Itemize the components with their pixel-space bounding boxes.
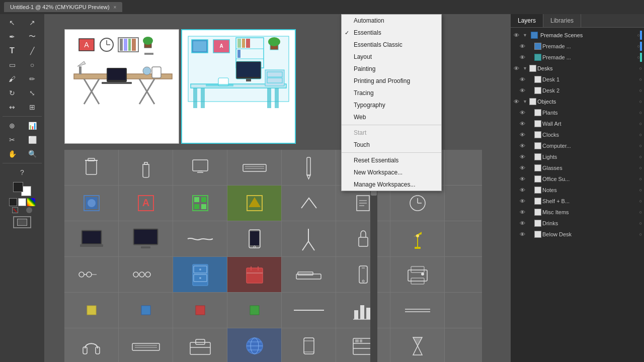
asset-cell-cable[interactable] — [173, 221, 227, 256]
asset-cell-shelf[interactable] — [336, 328, 390, 362]
black-swatch[interactable] — [9, 198, 17, 206]
asset-cell-globe[interactable] — [227, 328, 282, 362]
vis-misc[interactable]: 👁 — [520, 209, 528, 215]
vis-wall-art[interactable]: 👁 — [520, 121, 528, 127]
layer-computer[interactable]: 👁 ▶ Computer... ○ — [511, 140, 644, 151]
layer-objects[interactable]: 👁 ▼ Objects ○ — [511, 96, 644, 107]
direct-select-tool[interactable]: ↗ — [23, 16, 42, 29]
artboard-tool[interactable] — [13, 216, 31, 228]
asset-cell-keyboard[interactable] — [227, 150, 282, 185]
warp-tool[interactable]: ↭ — [3, 101, 22, 114]
column-graph-tool[interactable]: 📊 — [23, 119, 42, 132]
asset-cell-chain-1[interactable] — [64, 257, 119, 292]
desk-preview-1[interactable]: A — [64, 29, 179, 144]
layer-desks[interactable]: 👁 ▼ Desks ○ — [511, 63, 644, 74]
layer-clocks[interactable]: 👁 ▶ Clocks ○ — [511, 129, 644, 140]
layer-premade-1[interactable]: 👁 ▶ Premade ... ○ — [511, 41, 644, 52]
asset-cell-bottle[interactable] — [119, 150, 173, 185]
asset-cell-sticky-red[interactable] — [173, 293, 227, 328]
vis-below[interactable]: 👁 — [520, 231, 528, 237]
asset-cell-hourglass[interactable] — [390, 328, 445, 362]
chevron-desks-icon[interactable]: ▼ — [523, 66, 527, 71]
type-tool[interactable]: T — [3, 44, 22, 57]
asset-cell-pen[interactable] — [282, 150, 336, 185]
layer-desk-1[interactable]: 👁 ▶ Desk 1 ○ — [511, 74, 644, 85]
asset-cell-keyboard2[interactable] — [119, 328, 173, 362]
vis-plants[interactable]: 👁 — [520, 110, 528, 116]
layer-misc[interactable]: 👁 ▶ Misc Items ○ — [511, 207, 644, 218]
asset-cell-wall-art-1[interactable] — [64, 186, 119, 221]
asset-cell-toolbox[interactable] — [173, 328, 227, 362]
vis-shelf[interactable]: 👁 — [520, 198, 528, 204]
zoom-tool[interactable]: 🔍 — [23, 147, 42, 160]
layer-notes[interactable]: 👁 ▶ Notes ○ — [511, 185, 644, 196]
pen-tool[interactable]: ✒ — [3, 30, 22, 43]
layer-plants[interactable]: 👁 ▶ Plants ○ — [511, 107, 644, 118]
tab-layers[interactable]: Layers — [511, 14, 543, 27]
select-tool[interactable]: ↖ — [3, 16, 22, 29]
asset-cell-double-line[interactable] — [390, 293, 445, 328]
asset-cell-sticky-yellow[interactable] — [64, 293, 119, 328]
asset-cell-long-line[interactable] — [282, 293, 336, 328]
menu-item-reset-essentials[interactable]: Reset Essentials — [342, 154, 441, 166]
asset-cell-wall-art-2[interactable]: A — [119, 186, 173, 221]
line-tool[interactable]: ╱ — [23, 44, 42, 57]
layer-shelf[interactable]: 👁 ▶ Shelf + B... ○ — [511, 196, 644, 207]
asset-cell-sticky-blue[interactable] — [119, 293, 173, 328]
free-transform-tool[interactable]: ⊞ — [23, 101, 42, 114]
asset-cell-file-cabinet[interactable] — [173, 257, 227, 292]
tab-libraries[interactable]: Libraries — [543, 14, 581, 27]
rectangle-tool[interactable]: ▭ — [3, 58, 22, 71]
chevron-down-icon[interactable]: ▼ — [523, 33, 527, 38]
asset-cell-wall-art-4[interactable] — [227, 186, 282, 221]
asset-cell-chevron[interactable] — [282, 186, 336, 221]
gradient-swatch[interactable] — [27, 198, 35, 206]
vis-desk1[interactable]: 👁 — [520, 76, 528, 82]
layer-office-su[interactable]: 👁 ▶ Office Su... ○ — [511, 173, 644, 185]
asset-cell-printer[interactable] — [390, 257, 445, 292]
asset-cell-padlock[interactable] — [336, 221, 390, 256]
layer-wall-art[interactable]: 👁 ▶ Wall Art ○ — [511, 118, 644, 129]
vis-lights[interactable]: 👁 — [520, 154, 528, 160]
menu-item-essentials[interactable]: Essentials — [342, 27, 441, 39]
menu-item-manage-workspaces[interactable]: Manage Workspaces... — [342, 178, 441, 191]
paintbrush-tool[interactable]: 🖌 — [3, 72, 22, 85]
layer-visibility-icon-2[interactable]: 👁 — [520, 43, 528, 49]
vis-objects[interactable]: 👁 — [514, 99, 522, 105]
vis-desk2[interactable]: 👁 — [520, 87, 528, 94]
menu-item-painting[interactable]: Painting — [342, 63, 441, 75]
menu-item-touch[interactable]: Touch — [342, 139, 441, 151]
asset-cell-laptop-open[interactable] — [64, 221, 119, 256]
vis-office[interactable]: 👁 — [520, 176, 528, 182]
asset-cell-headphones[interactable] — [64, 328, 119, 362]
menu-item-tracing[interactable]: Tracing — [342, 87, 441, 99]
slice-tool[interactable]: ✂ — [3, 133, 22, 146]
asset-cell-tablet-2[interactable] — [282, 328, 336, 362]
asset-cell-calendar[interactable] — [227, 257, 282, 292]
ellipse-tool[interactable]: ○ — [23, 58, 42, 71]
pencil-tool[interactable]: ✏ — [23, 72, 42, 85]
document-tab[interactable]: Untitled-1 @ 42% (CMYK/GPU Preview) × — [4, 2, 122, 12]
asset-cell-sticky-green[interactable] — [227, 293, 282, 328]
menu-item-essentials-classic[interactable]: Essentials Classic — [342, 39, 441, 51]
vis-glasses[interactable]: 👁 — [520, 165, 528, 171]
layer-visibility-desks-icon[interactable]: 👁 — [514, 65, 522, 71]
menu-item-new-workspace[interactable]: New Workspace... — [342, 166, 441, 178]
menu-item-typography[interactable]: Typography — [342, 99, 441, 111]
vis-clocks[interactable]: 👁 — [520, 132, 528, 138]
layer-premade-2[interactable]: 👁 ▶ Premade ... ○ — [511, 52, 644, 63]
asset-cell-lamp[interactable] — [390, 221, 445, 256]
symbol-sprayer-tool[interactable]: ⊕ — [3, 119, 22, 132]
rotate-tool[interactable]: ↻ — [3, 86, 22, 100]
vis-computer[interactable]: 👁 — [520, 143, 528, 149]
asset-cell-monitor-large[interactable] — [119, 221, 173, 256]
vis-notes[interactable]: 👁 — [520, 187, 528, 193]
asset-cell-tablet[interactable] — [227, 221, 282, 256]
layer-premade-scenes[interactable]: 👁 ▼ Premade Scenes ○ — [511, 30, 644, 41]
menu-item-web[interactable]: Web — [342, 111, 441, 123]
asset-cell-wall-art-3[interactable] — [173, 186, 227, 221]
desk-preview-2[interactable]: A — [181, 29, 296, 144]
eraser-tool[interactable]: ⬜ — [23, 133, 42, 146]
help-tool[interactable]: ? — [0, 166, 44, 179]
asset-cell-phone[interactable] — [336, 257, 390, 292]
